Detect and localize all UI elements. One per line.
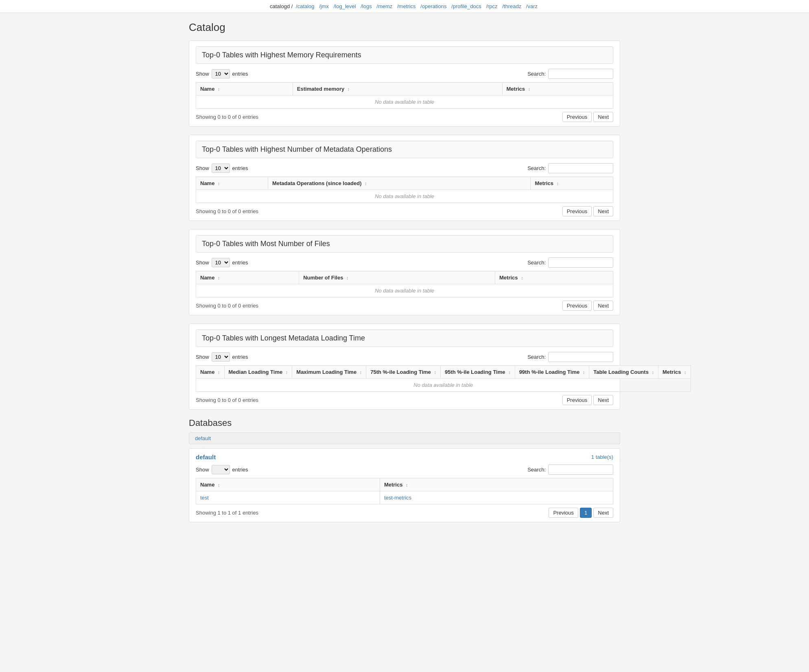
col-metrics-memory[interactable]: Metrics ↕ bbox=[502, 83, 613, 96]
nav-link-threadz[interactable]: /threadz bbox=[502, 3, 521, 9]
search-box-metadata: Search: bbox=[527, 163, 613, 173]
section-files-title: Top-0 Tables with Most Number of Files bbox=[202, 240, 607, 248]
section-metadata-box: Top-0 Tables with Highest Number of Meta… bbox=[189, 135, 620, 221]
table-controls-files: Show 10 25 50 entries Search: bbox=[196, 257, 613, 268]
table-loading: Name ↕ Median Loading Time ↕ Maximum Loa… bbox=[196, 365, 691, 392]
col-numfiles-files[interactable]: Number of Files ↕ bbox=[299, 271, 495, 284]
search-label-db-default: Search: bbox=[527, 467, 546, 473]
page-1-button-db-default[interactable]: 1 bbox=[580, 508, 592, 518]
next-button-files[interactable]: Next bbox=[593, 301, 613, 311]
prev-button-metadata[interactable]: Previous bbox=[562, 206, 592, 216]
table-footer-memory: Showing 0 to 0 of 0 entries Previous Nex… bbox=[196, 112, 613, 122]
search-box-loading: Search: bbox=[527, 352, 613, 362]
entries-label-loading: entries bbox=[232, 354, 248, 360]
col-ops-metadata[interactable]: Metadata Operations (since loaded) ↕ bbox=[268, 177, 530, 190]
nav-link-rpcz[interactable]: /rpcz bbox=[486, 3, 497, 9]
col-name-metadata[interactable]: Name ↕ bbox=[196, 177, 268, 190]
prev-button-files[interactable]: Previous bbox=[562, 301, 592, 311]
showing-db-default: Showing 1 to 1 of 1 entries bbox=[196, 510, 258, 516]
col-max-loading[interactable]: Maximum Loading Time ↕ bbox=[292, 366, 366, 379]
show-label-files: Show bbox=[196, 260, 209, 266]
db-entry-header-default: default 1 table(s) bbox=[196, 454, 613, 460]
search-input-files[interactable] bbox=[548, 257, 613, 268]
col-95th-loading[interactable]: 95th %-ile Loading Time ↕ bbox=[440, 366, 515, 379]
search-input-metadata[interactable] bbox=[548, 163, 613, 173]
table-footer-metadata: Showing 0 to 0 of 0 entries Previous Nex… bbox=[196, 206, 613, 216]
col-name-memory[interactable]: Name ↕ bbox=[196, 83, 293, 96]
showing-loading: Showing 0 to 0 of 0 entries bbox=[196, 397, 258, 403]
nav-link-memz[interactable]: /memz bbox=[376, 3, 392, 9]
table-row-loading-nodata: No data available in table bbox=[196, 379, 691, 392]
nav-link-profile-docs[interactable]: /profile_docs bbox=[451, 3, 481, 9]
db-name-default[interactable]: default bbox=[196, 454, 216, 460]
entries-label-db-default: entries bbox=[232, 467, 248, 473]
col-75th-loading[interactable]: 75th %-ile Loading Time ↕ bbox=[366, 366, 441, 379]
pagination-db-default: Previous 1 Next bbox=[549, 508, 613, 518]
table-controls-memory: Show 10 25 50 entries Search: bbox=[196, 69, 613, 79]
nav-link-catalog[interactable]: /catalog bbox=[296, 3, 315, 9]
prev-button-loading[interactable]: Previous bbox=[562, 395, 592, 405]
show-select-files[interactable]: 10 25 50 bbox=[212, 258, 230, 267]
col-metrics-metadata[interactable]: Metrics ↕ bbox=[531, 177, 613, 190]
table-files: Name ↕ Number of Files ↕ Metrics ↕ No da… bbox=[196, 271, 613, 297]
db-filter-bar: default bbox=[189, 432, 620, 444]
next-button-memory[interactable]: Next bbox=[593, 112, 613, 122]
show-entries-memory: Show 10 25 50 entries bbox=[196, 69, 248, 79]
section-memory-box: Top-0 Tables with Highest Memory Require… bbox=[189, 40, 620, 127]
nav-link-logs[interactable]: /logs bbox=[361, 3, 372, 9]
nav-link-jmx[interactable]: /jmx bbox=[319, 3, 329, 9]
nav-link-log-level[interactable]: /log_level bbox=[334, 3, 356, 9]
search-input-db-default[interactable] bbox=[548, 465, 613, 475]
col-median-loading[interactable]: Median Loading Time ↕ bbox=[224, 366, 292, 379]
col-metrics-db-default[interactable]: Metrics ↕ bbox=[380, 478, 613, 491]
entries-label-files: entries bbox=[232, 260, 248, 266]
table-controls-db-default: Show 10 25 entries Search: bbox=[196, 465, 613, 475]
nav-link-varz[interactable]: /varz bbox=[526, 3, 538, 9]
search-label-loading: Search: bbox=[527, 354, 546, 360]
databases-title: Databases bbox=[189, 418, 620, 428]
col-counts-loading[interactable]: Table Loading Counts ↕ bbox=[589, 366, 658, 379]
col-metrics-loading[interactable]: Metrics ↕ bbox=[658, 366, 691, 379]
search-label-memory: Search: bbox=[527, 71, 546, 77]
next-button-loading[interactable]: Next bbox=[593, 395, 613, 405]
search-input-memory[interactable] bbox=[548, 69, 613, 79]
next-button-metadata[interactable]: Next bbox=[593, 206, 613, 216]
col-99th-loading[interactable]: 99th %-ile Loading Time ↕ bbox=[515, 366, 589, 379]
section-memory-title: Top-0 Tables with Highest Memory Require… bbox=[202, 51, 607, 59]
showing-files: Showing 0 to 0 of 0 entries bbox=[196, 303, 258, 309]
col-name-db-default[interactable]: Name ↕ bbox=[196, 478, 380, 491]
search-label-metadata: Search: bbox=[527, 165, 546, 171]
next-button-db-default[interactable]: Next bbox=[593, 508, 613, 518]
db-table-name-link[interactable]: test bbox=[200, 495, 209, 501]
nav-current: catalogd bbox=[270, 3, 290, 9]
search-input-loading[interactable] bbox=[548, 352, 613, 362]
show-entries-db-default: Show 10 25 entries bbox=[196, 465, 248, 474]
pagination-files: Previous Next bbox=[562, 301, 613, 311]
show-entries-loading: Show 10 25 50 entries bbox=[196, 352, 248, 362]
section-files-header: Top-0 Tables with Most Number of Files bbox=[196, 235, 613, 253]
show-select-metadata[interactable]: 10 25 50 bbox=[212, 164, 230, 173]
nav-separator: / bbox=[291, 3, 294, 9]
search-box-files: Search: bbox=[527, 257, 613, 268]
show-select-loading[interactable]: 10 25 50 bbox=[212, 352, 230, 362]
nav-link-operations[interactable]: /operations bbox=[420, 3, 446, 9]
table-controls-metadata: Show 10 25 50 entries Search: bbox=[196, 163, 613, 173]
col-metrics-files[interactable]: Metrics ↕ bbox=[495, 271, 613, 284]
section-loading-header: Top-0 Tables with Longest Metadata Loadi… bbox=[196, 329, 613, 347]
search-label-files: Search: bbox=[527, 260, 546, 266]
section-files-box: Top-0 Tables with Most Number of Files S… bbox=[189, 229, 620, 315]
section-metadata-header: Top-0 Tables with Highest Number of Meta… bbox=[196, 141, 613, 158]
showing-memory: Showing 0 to 0 of 0 entries bbox=[196, 114, 258, 120]
show-select-memory[interactable]: 10 25 50 bbox=[212, 69, 230, 79]
col-name-loading[interactable]: Name ↕ bbox=[196, 366, 225, 379]
db-filter-default[interactable]: default bbox=[195, 435, 211, 441]
nav-link-metrics[interactable]: /metrics bbox=[397, 3, 416, 9]
col-est-memory[interactable]: Estimated memory ↕ bbox=[293, 83, 502, 96]
table-footer-loading: Showing 0 to 0 of 0 entries Previous Nex… bbox=[196, 395, 613, 405]
prev-button-memory[interactable]: Previous bbox=[562, 112, 592, 122]
db-table-metrics-link[interactable]: test-metrics bbox=[384, 495, 411, 501]
top-nav: catalogd / /catalog /jmx /log_level /log… bbox=[0, 0, 809, 13]
prev-button-db-default[interactable]: Previous bbox=[549, 508, 578, 518]
show-select-db-default[interactable]: 10 25 bbox=[212, 465, 230, 474]
col-name-files[interactable]: Name ↕ bbox=[196, 271, 299, 284]
